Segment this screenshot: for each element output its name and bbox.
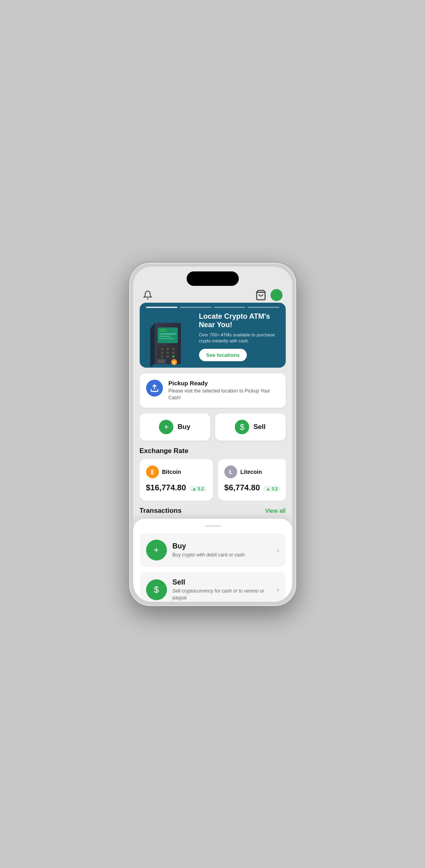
upload-icon bbox=[150, 384, 159, 393]
phone-frame: ₿ Locate Crypto ATM's Near You! bbox=[128, 262, 297, 607]
bitcoin-name: Bitcoin bbox=[162, 469, 181, 475]
buy-button[interactable]: + Buy bbox=[140, 413, 210, 441]
progress-dot-3 bbox=[214, 307, 246, 308]
main-scroll-area: ₿ Locate Crypto ATM's Near You! bbox=[133, 303, 292, 602]
svg-point-11 bbox=[172, 348, 175, 350]
litecoin-header: Ł Litecoin bbox=[224, 465, 281, 478]
banner-content: Locate Crypto ATM's Near You! Over 700+ … bbox=[196, 303, 286, 368]
status-bar bbox=[133, 286, 292, 303]
sheet-sell-title: Sell bbox=[173, 578, 271, 587]
banner-subtitle: Over 700+ ATMs available to purchase cry… bbox=[199, 332, 279, 344]
sell-label: Sell bbox=[253, 423, 265, 431]
basket-icon[interactable] bbox=[255, 289, 266, 301]
buy-label: Buy bbox=[177, 423, 190, 431]
bitcoin-price-row: $16,774.80 ▲ 3.2 bbox=[146, 483, 207, 494]
exchange-rate-title: Exchange Rate bbox=[140, 447, 286, 455]
bitcoin-card: ₿ Bitcoin $16,774.80 ▲ 3.2 bbox=[140, 459, 213, 500]
progress-dot-4 bbox=[248, 307, 279, 308]
phone-screen: ₿ Locate Crypto ATM's Near You! bbox=[133, 267, 292, 602]
litecoin-icon: Ł bbox=[224, 465, 237, 478]
bitcoin-price: $16,774.80 bbox=[146, 483, 186, 492]
pickup-card: Pickup Ready Please visit the selected l… bbox=[140, 373, 286, 408]
banner-title: Locate Crypto ATM's Near You! bbox=[199, 312, 279, 330]
litecoin-price-row: $6,774.80 ▲ 3.2 bbox=[224, 483, 281, 494]
sheet-sell-item[interactable]: $ Sell Sell cryptocurrency for cash or t… bbox=[140, 572, 286, 601]
bitcoin-header: ₿ Bitcoin bbox=[146, 465, 207, 478]
sheet-buy-text: Buy Buy crypto with debit card or cash bbox=[173, 542, 271, 558]
litecoin-card: Ł Litecoin $6,774.80 ▲ 3.2 bbox=[218, 459, 286, 500]
pickup-text: Pickup Ready Please visit the selected l… bbox=[169, 380, 279, 401]
sheet-sell-icon: $ bbox=[146, 579, 167, 600]
sheet-handle bbox=[205, 525, 221, 527]
svg-rect-18 bbox=[157, 360, 165, 363]
sheet-sell-chevron-icon: › bbox=[277, 585, 279, 594]
sheet-buy-description: Buy crypto with debit card or cash bbox=[173, 552, 271, 558]
litecoin-price: $6,774.80 bbox=[224, 483, 260, 492]
svg-point-10 bbox=[167, 348, 169, 350]
sell-button[interactable]: $ Sell bbox=[215, 413, 286, 441]
pickup-description: Please visit the selected location to Pi… bbox=[169, 388, 279, 401]
notification-icon[interactable] bbox=[143, 290, 153, 300]
litecoin-name: Litecoin bbox=[240, 469, 262, 475]
atm-banner: ₿ Locate Crypto ATM's Near You! bbox=[140, 303, 286, 368]
sheet-buy-item[interactable]: + Buy Buy crypto with debit card or cash… bbox=[140, 533, 286, 567]
sell-icon: $ bbox=[235, 420, 249, 434]
pickup-icon bbox=[146, 380, 163, 397]
banner-image: ₿ bbox=[140, 303, 196, 368]
view-all-button[interactable]: View all bbox=[265, 508, 285, 514]
bottom-sheet: + Buy Buy crypto with debit card or cash… bbox=[133, 519, 292, 601]
bitcoin-icon: ₿ bbox=[146, 465, 159, 478]
see-locations-button[interactable]: See locations bbox=[199, 349, 247, 361]
svg-point-15 bbox=[161, 356, 163, 358]
sheet-buy-title: Buy bbox=[173, 542, 271, 550]
bitcoin-change: ▲ 3.2 bbox=[189, 486, 207, 492]
atm-illustration: ₿ bbox=[146, 316, 190, 368]
svg-point-17 bbox=[172, 356, 175, 358]
litecoin-change: ▲ 3.2 bbox=[263, 486, 281, 492]
dynamic-island bbox=[187, 271, 239, 286]
action-buttons: + Buy $ Sell bbox=[140, 413, 286, 441]
buy-icon: + bbox=[159, 420, 173, 434]
sheet-sell-description: Sell cryptocurrency for cash or to venmo… bbox=[173, 588, 271, 601]
sheet-buy-chevron-icon: › bbox=[277, 546, 279, 554]
svg-point-14 bbox=[172, 352, 175, 354]
svg-point-13 bbox=[167, 352, 169, 354]
transactions-header: Transactions View all bbox=[140, 507, 286, 515]
svg-rect-7 bbox=[159, 338, 174, 339]
sheet-buy-icon: + bbox=[146, 540, 167, 560]
sheet-sell-text: Sell Sell cryptocurrency for cash or to … bbox=[173, 578, 271, 601]
svg-rect-4 bbox=[159, 329, 167, 332]
pickup-title: Pickup Ready bbox=[169, 380, 279, 386]
transactions-title: Transactions bbox=[140, 507, 182, 515]
svg-point-16 bbox=[167, 356, 169, 358]
svg-point-12 bbox=[161, 352, 163, 354]
exchange-cards: ₿ Bitcoin $16,774.80 ▲ 3.2 Ł bbox=[140, 459, 286, 500]
svg-rect-6 bbox=[159, 336, 170, 337]
avatar[interactable] bbox=[270, 289, 283, 301]
svg-point-9 bbox=[161, 348, 163, 350]
svg-rect-5 bbox=[159, 334, 176, 335]
